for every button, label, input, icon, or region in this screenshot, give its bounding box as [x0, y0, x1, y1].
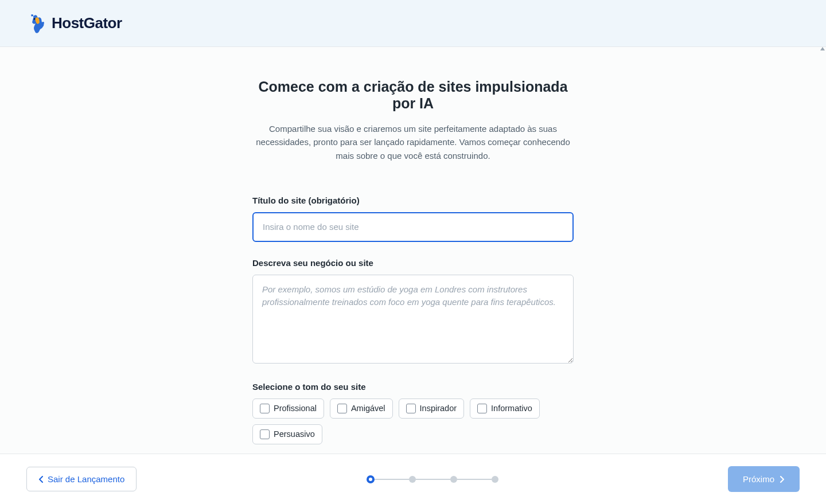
tone-option-label: Amigável — [351, 404, 385, 413]
tone-option-label: Profissional — [274, 404, 317, 413]
stepper — [367, 475, 498, 483]
next-button[interactable]: Próximo — [728, 466, 800, 492]
chevron-right-icon — [779, 476, 785, 483]
page-title: Comece com a criação de sites impulsiona… — [252, 79, 574, 112]
tone-option-label: Inspirador — [420, 404, 457, 413]
tone-label: Selecione o tom do seu site — [252, 382, 574, 392]
header: HostGator — [0, 0, 826, 47]
tone-option-label: Persuasivo — [274, 429, 315, 439]
tone-field-group: Selecione o tom do seu site Profissional… — [252, 382, 574, 444]
exit-button[interactable]: Sair de Lançamento — [26, 467, 137, 491]
checkbox-icon — [260, 429, 270, 439]
step-dot-1 — [367, 475, 375, 483]
tone-option-profissional[interactable]: Profissional — [252, 398, 324, 419]
site-title-label: Título do site (obrigatório) — [252, 196, 574, 205]
svg-point-0 — [34, 18, 36, 19]
description-field-group: Descreva seu negócio ou site — [252, 258, 574, 366]
checkbox-icon — [477, 404, 487, 413]
scrollbar-up-icon — [820, 47, 825, 50]
tone-options: Profissional Amigável Inspirador Informa… — [252, 398, 574, 444]
site-title-field-group: Título do site (obrigatório) — [252, 196, 574, 242]
hostgator-icon — [29, 12, 47, 35]
scrollbar[interactable] — [820, 47, 826, 454]
step-dot-2 — [409, 476, 416, 483]
content-wrapper: Comece com a criação de sites impulsiona… — [0, 47, 826, 454]
step-line — [416, 479, 450, 480]
tone-option-inspirador[interactable]: Inspirador — [399, 398, 464, 419]
tone-option-label: Informativo — [491, 404, 532, 413]
logo-text: HostGator — [52, 14, 122, 32]
page-subtitle: Compartilhe sua visão e criaremos um sit… — [252, 122, 574, 162]
description-label: Descreva seu negócio ou site — [252, 258, 574, 268]
logo: HostGator — [29, 12, 122, 35]
chevron-left-icon — [38, 476, 44, 483]
step-dot-4 — [492, 476, 498, 483]
tone-option-informativo[interactable]: Informativo — [470, 398, 540, 419]
checkbox-icon — [406, 404, 416, 413]
tone-option-amigavel[interactable]: Amigável — [330, 398, 393, 419]
exit-button-label: Sair de Lançamento — [48, 474, 124, 484]
tone-option-persuasivo[interactable]: Persuasivo — [252, 424, 322, 444]
next-button-label: Próximo — [743, 474, 774, 484]
step-dot-3 — [450, 476, 457, 483]
site-title-input[interactable] — [252, 212, 574, 242]
content: Comece com a criação de sites impulsiona… — [241, 79, 585, 454]
checkbox-icon — [337, 404, 347, 413]
step-line — [457, 479, 492, 480]
checkbox-icon — [260, 404, 270, 413]
footer: Sair de Lançamento Próximo — [0, 454, 826, 504]
step-line — [375, 479, 409, 480]
description-textarea[interactable] — [252, 275, 574, 364]
